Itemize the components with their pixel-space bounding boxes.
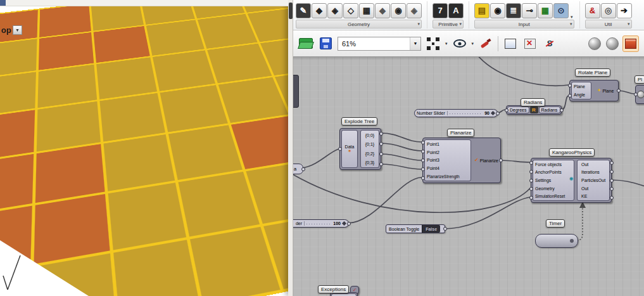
rotate-plane-node[interactable]: Plane Angle ✦ Plane (569, 80, 619, 101)
slider-grip-icon[interactable] (342, 221, 346, 226)
number-slider-clipped[interactable]: der 100 (293, 219, 349, 228)
output-port[interactable] (379, 152, 383, 156)
input-port[interactable] (529, 179, 533, 183)
viewport-title[interactable]: op (1, 25, 11, 35)
zoom-extents-dropdown-icon[interactable]: ▾ (445, 41, 448, 46)
wire[interactable] (612, 180, 644, 186)
curve-param-icon[interactable]: ◈ (327, 3, 343, 18)
preview-dropdown-icon[interactable]: ▾ (472, 41, 474, 46)
input-port[interactable] (421, 176, 425, 180)
explode-tree-node[interactable]: Data ✶ {0;0} {0;1} {0;2} {0;3} (339, 128, 381, 170)
integer-param-icon[interactable]: 7 (432, 3, 448, 18)
wire[interactable] (381, 154, 422, 160)
input-port[interactable] (529, 170, 533, 174)
clipped-node[interactable] (635, 85, 644, 104)
input-port[interactable] (529, 161, 533, 165)
timer-link[interactable] (577, 207, 583, 240)
output-port[interactable] (617, 89, 621, 93)
viewport-menu-button[interactable]: ▼ (13, 25, 22, 35)
boolean-toggle[interactable]: Boolean Toggle False (386, 224, 445, 233)
output-port[interactable] (610, 179, 614, 183)
ribbon-group-label[interactable]: Geometry (296, 20, 422, 29)
wire[interactable] (444, 197, 530, 229)
galapagos-icon[interactable]: & (585, 3, 600, 18)
input-port[interactable] (634, 93, 638, 96)
wire[interactable] (381, 143, 422, 151)
zoom-combobox[interactable]: 61% ▼ (338, 37, 421, 51)
input-port[interactable] (568, 94, 572, 98)
button-icon[interactable]: ◉ (490, 3, 505, 18)
input-port[interactable] (421, 167, 425, 171)
rhino-viewport[interactable]: op ▼ (0, 0, 288, 296)
output-port[interactable] (499, 158, 503, 162)
sketch-pen-icon[interactable]: ✎ (296, 3, 311, 18)
output-port[interactable] (379, 162, 383, 166)
open-file-button[interactable] (298, 36, 313, 51)
output-port[interactable] (610, 187, 614, 191)
input-port[interactable] (529, 187, 533, 191)
input-port[interactable] (421, 141, 425, 145)
gh-canvas[interactable]: a Explode Tree Data ✶ {0;0} {0;1} {0;2} … (293, 57, 644, 296)
output-port[interactable] (379, 132, 383, 136)
clipped-node[interactable] (293, 75, 299, 108)
field-param-icon[interactable]: ◉ (391, 3, 406, 18)
number-slider-icon[interactable]: ⊸ (522, 3, 537, 18)
value-list-icon[interactable]: ≣ (506, 3, 521, 18)
wire-preview-button[interactable] (605, 36, 620, 51)
ribbon-group-label[interactable]: Util (585, 20, 632, 29)
ribbon-group-label[interactable]: Input (474, 20, 574, 29)
preview-box-button[interactable] (503, 36, 518, 51)
text-param-icon[interactable]: A (448, 3, 464, 18)
output-port[interactable] (610, 196, 614, 200)
kangaroo-physics-node[interactable]: Force objects AnchorPoints Settings Geom… (531, 158, 612, 203)
wire[interactable] (302, 149, 339, 168)
toggle-value[interactable]: False (422, 225, 440, 233)
pointer-arrow-icon[interactable]: ➔ (617, 3, 632, 18)
zoom-extents-button[interactable] (426, 36, 441, 51)
slider-track[interactable] (448, 110, 483, 117)
hatch-swatch-icon[interactable]: ▤ (474, 3, 489, 18)
wire[interactable] (381, 133, 422, 142)
timer-node[interactable] (535, 234, 578, 248)
geometry-param-icon[interactable]: ◈ (407, 3, 422, 18)
output-port[interactable] (610, 170, 614, 174)
output-port[interactable] (560, 108, 564, 112)
mesh-param-icon[interactable]: ▦ (359, 3, 374, 18)
slider-grip-icon[interactable] (491, 111, 495, 115)
surface-param-icon[interactable]: ◇ (343, 3, 358, 18)
wire[interactable] (619, 91, 635, 94)
input-port[interactable] (421, 150, 425, 153)
ribbon-group-label[interactable]: Primitive (432, 20, 464, 29)
planarize-node[interactable]: Point1 Point2 Point3 Point4 PlanarizeStr… (422, 138, 501, 183)
clipped-param[interactable]: a (293, 164, 303, 174)
radians-node[interactable]: Degrees R Radians (506, 105, 562, 115)
wire[interactable] (477, 57, 569, 86)
zoom-dropdown-icon[interactable]: ▼ (410, 37, 420, 50)
output-port[interactable] (347, 222, 351, 226)
point-param-icon[interactable]: ◆ (312, 3, 327, 18)
clock-icon[interactable]: ⊙ (553, 3, 569, 18)
input-port[interactable] (421, 158, 425, 162)
wire[interactable] (381, 164, 422, 169)
output-port[interactable] (610, 161, 614, 165)
disable-preview-button[interactable] (522, 36, 538, 51)
preview-visibility-button[interactable] (452, 36, 467, 51)
output-port[interactable] (496, 112, 500, 115)
paint-tool-button[interactable] (478, 36, 493, 51)
input-port[interactable] (529, 196, 533, 200)
slider-track[interactable] (305, 220, 332, 227)
output-port[interactable] (379, 142, 383, 146)
draft-preview-button[interactable] (622, 35, 639, 52)
output-port[interactable] (301, 167, 305, 171)
shaded-preview-button[interactable] (587, 36, 602, 51)
spiral-icon[interactable]: ◎ (601, 3, 616, 18)
input-port[interactable] (338, 147, 342, 151)
more-icons-button[interactable]: ▾ (569, 15, 574, 20)
input-port[interactable] (568, 84, 572, 87)
disable-solver-button[interactable]: S (542, 36, 557, 51)
brep-param-icon[interactable]: ◆ (375, 3, 390, 18)
wire[interactable] (562, 96, 569, 110)
number-slider[interactable]: Number Slider 90 (414, 109, 498, 117)
wire[interactable] (501, 160, 530, 162)
input-port[interactable] (505, 108, 508, 112)
